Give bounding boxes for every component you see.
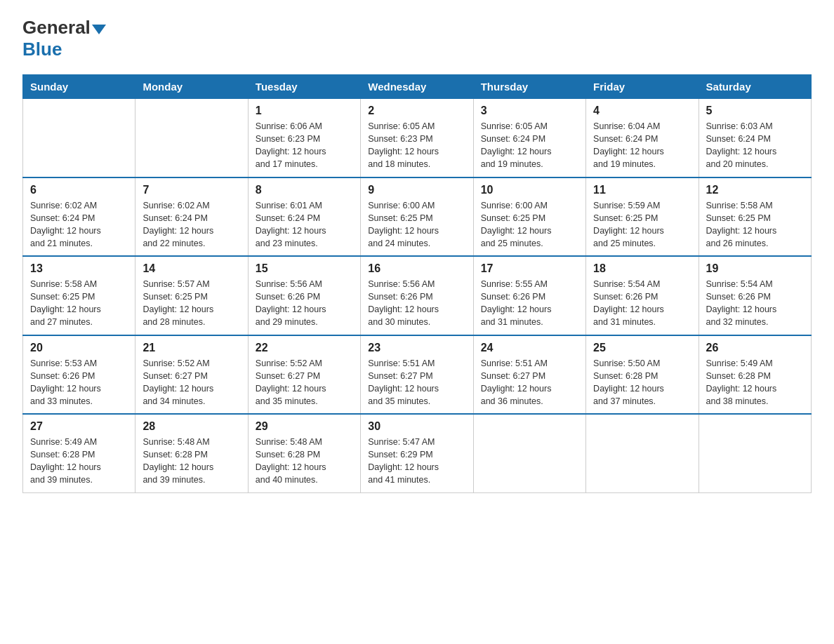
cell-day-number: 18	[593, 262, 691, 275]
calendar-cell: 5Sunrise: 6:03 AM Sunset: 6:24 PM Daylig…	[699, 99, 811, 177]
calendar-cell: 13Sunrise: 5:58 AM Sunset: 6:25 PM Dayli…	[23, 256, 135, 335]
calendar-cell: 6Sunrise: 6:02 AM Sunset: 6:24 PM Daylig…	[23, 177, 135, 257]
cell-day-number: 7	[143, 184, 240, 196]
day-header-monday: Monday	[135, 75, 248, 99]
cell-day-number: 14	[143, 262, 240, 275]
cell-info-text: Sunrise: 5:56 AM Sunset: 6:26 PM Dayligh…	[368, 278, 465, 329]
cell-info-text: Sunrise: 6:02 AM Sunset: 6:24 PM Dayligh…	[143, 199, 240, 250]
cell-day-number: 20	[30, 342, 128, 354]
day-header-tuesday: Tuesday	[248, 75, 360, 99]
cell-info-text: Sunrise: 6:00 AM Sunset: 6:25 PM Dayligh…	[368, 199, 465, 250]
calendar-cell: 2Sunrise: 6:05 AM Sunset: 6:23 PM Daylig…	[361, 99, 473, 177]
cell-info-text: Sunrise: 6:05 AM Sunset: 6:23 PM Dayligh…	[368, 120, 465, 171]
calendar-header-row: SundayMondayTuesdayWednesdayThursdayFrid…	[23, 75, 812, 99]
cell-day-number: 2	[368, 105, 465, 117]
calendar-cell: 12Sunrise: 5:58 AM Sunset: 6:25 PM Dayli…	[699, 177, 811, 257]
cell-day-number: 22	[256, 342, 353, 354]
calendar-cell: 20Sunrise: 5:53 AM Sunset: 6:26 PM Dayli…	[23, 335, 135, 415]
cell-info-text: Sunrise: 6:04 AM Sunset: 6:24 PM Dayligh…	[593, 120, 691, 171]
cell-day-number: 21	[143, 342, 240, 354]
calendar-cell: 27Sunrise: 5:49 AM Sunset: 6:28 PM Dayli…	[23, 414, 135, 492]
day-header-wednesday: Wednesday	[361, 75, 473, 99]
cell-info-text: Sunrise: 5:52 AM Sunset: 6:27 PM Dayligh…	[143, 357, 240, 408]
calendar-cell	[473, 414, 585, 492]
cell-day-number: 17	[481, 262, 578, 275]
calendar-cell: 15Sunrise: 5:56 AM Sunset: 6:26 PM Dayli…	[248, 256, 360, 335]
calendar-cell	[23, 99, 135, 177]
cell-info-text: Sunrise: 5:57 AM Sunset: 6:25 PM Dayligh…	[143, 278, 240, 329]
calendar-cell: 8Sunrise: 6:01 AM Sunset: 6:24 PM Daylig…	[248, 177, 360, 257]
cell-info-text: Sunrise: 5:56 AM Sunset: 6:26 PM Dayligh…	[256, 278, 353, 329]
cell-day-number: 27	[30, 420, 128, 433]
cell-day-number: 5	[706, 105, 804, 117]
cell-info-text: Sunrise: 5:54 AM Sunset: 6:26 PM Dayligh…	[706, 278, 804, 329]
cell-info-text: Sunrise: 5:51 AM Sunset: 6:27 PM Dayligh…	[368, 357, 465, 408]
calendar-cell: 18Sunrise: 5:54 AM Sunset: 6:26 PM Dayli…	[586, 256, 699, 335]
cell-day-number: 1	[256, 105, 353, 117]
calendar-week-row: 6Sunrise: 6:02 AM Sunset: 6:24 PM Daylig…	[23, 177, 812, 257]
calendar-week-row: 1Sunrise: 6:06 AM Sunset: 6:23 PM Daylig…	[23, 99, 812, 177]
cell-day-number: 13	[30, 262, 128, 275]
cell-info-text: Sunrise: 6:03 AM Sunset: 6:24 PM Dayligh…	[706, 120, 804, 171]
calendar-cell: 9Sunrise: 6:00 AM Sunset: 6:25 PM Daylig…	[361, 177, 473, 257]
calendar-table: SundayMondayTuesdayWednesdayThursdayFrid…	[22, 74, 812, 493]
cell-info-text: Sunrise: 5:59 AM Sunset: 6:25 PM Dayligh…	[593, 199, 691, 250]
cell-day-number: 6	[30, 184, 128, 196]
cell-info-text: Sunrise: 6:02 AM Sunset: 6:24 PM Dayligh…	[30, 199, 128, 250]
cell-day-number: 26	[706, 342, 804, 354]
calendar-week-row: 27Sunrise: 5:49 AM Sunset: 6:28 PM Dayli…	[23, 414, 812, 492]
cell-day-number: 11	[593, 184, 691, 196]
day-header-thursday: Thursday	[473, 75, 585, 99]
cell-day-number: 8	[256, 184, 353, 196]
day-header-friday: Friday	[586, 75, 699, 99]
cell-info-text: Sunrise: 5:50 AM Sunset: 6:28 PM Dayligh…	[593, 357, 691, 408]
logo: General Blue	[22, 17, 107, 60]
calendar-week-row: 20Sunrise: 5:53 AM Sunset: 6:26 PM Dayli…	[23, 335, 812, 415]
calendar-cell: 10Sunrise: 6:00 AM Sunset: 6:25 PM Dayli…	[473, 177, 585, 257]
cell-info-text: Sunrise: 5:48 AM Sunset: 6:28 PM Dayligh…	[256, 436, 353, 487]
cell-info-text: Sunrise: 5:58 AM Sunset: 6:25 PM Dayligh…	[30, 278, 128, 329]
cell-day-number: 30	[368, 420, 465, 433]
cell-info-text: Sunrise: 6:06 AM Sunset: 6:23 PM Dayligh…	[256, 120, 353, 171]
calendar-cell	[586, 414, 699, 492]
calendar-cell: 7Sunrise: 6:02 AM Sunset: 6:24 PM Daylig…	[135, 177, 248, 257]
cell-info-text: Sunrise: 5:55 AM Sunset: 6:26 PM Dayligh…	[481, 278, 578, 329]
calendar-cell: 16Sunrise: 5:56 AM Sunset: 6:26 PM Dayli…	[361, 256, 473, 335]
calendar-cell: 19Sunrise: 5:54 AM Sunset: 6:26 PM Dayli…	[699, 256, 811, 335]
cell-info-text: Sunrise: 6:00 AM Sunset: 6:25 PM Dayligh…	[481, 199, 578, 250]
day-header-sunday: Sunday	[23, 75, 135, 99]
calendar-cell: 30Sunrise: 5:47 AM Sunset: 6:29 PM Dayli…	[361, 414, 473, 492]
cell-day-number: 16	[368, 262, 465, 275]
day-header-saturday: Saturday	[699, 75, 811, 99]
calendar-cell: 28Sunrise: 5:48 AM Sunset: 6:28 PM Dayli…	[135, 414, 248, 492]
cell-day-number: 15	[256, 262, 353, 275]
cell-day-number: 10	[481, 184, 578, 196]
calendar-cell: 24Sunrise: 5:51 AM Sunset: 6:27 PM Dayli…	[473, 335, 585, 415]
cell-day-number: 29	[256, 420, 353, 433]
cell-day-number: 12	[706, 184, 804, 196]
logo-general-text: General	[22, 17, 91, 39]
calendar-cell: 14Sunrise: 5:57 AM Sunset: 6:25 PM Dayli…	[135, 256, 248, 335]
logo-triangle-icon	[92, 25, 106, 34]
cell-info-text: Sunrise: 5:52 AM Sunset: 6:27 PM Dayligh…	[256, 357, 353, 408]
cell-day-number: 24	[481, 342, 578, 354]
cell-info-text: Sunrise: 5:49 AM Sunset: 6:28 PM Dayligh…	[706, 357, 804, 408]
cell-day-number: 23	[368, 342, 465, 354]
calendar-cell: 4Sunrise: 6:04 AM Sunset: 6:24 PM Daylig…	[586, 99, 699, 177]
cell-info-text: Sunrise: 6:05 AM Sunset: 6:24 PM Dayligh…	[481, 120, 578, 171]
page-header: General Blue	[22, 17, 812, 60]
cell-info-text: Sunrise: 5:58 AM Sunset: 6:25 PM Dayligh…	[706, 199, 804, 250]
cell-day-number: 4	[593, 105, 691, 117]
cell-day-number: 9	[368, 184, 465, 196]
cell-info-text: Sunrise: 5:53 AM Sunset: 6:26 PM Dayligh…	[30, 357, 128, 408]
cell-info-text: Sunrise: 5:51 AM Sunset: 6:27 PM Dayligh…	[481, 357, 578, 408]
cell-info-text: Sunrise: 5:49 AM Sunset: 6:28 PM Dayligh…	[30, 436, 128, 487]
calendar-cell: 17Sunrise: 5:55 AM Sunset: 6:26 PM Dayli…	[473, 256, 585, 335]
calendar-cell: 21Sunrise: 5:52 AM Sunset: 6:27 PM Dayli…	[135, 335, 248, 415]
cell-day-number: 28	[143, 420, 240, 433]
calendar-cell: 3Sunrise: 6:05 AM Sunset: 6:24 PM Daylig…	[473, 99, 585, 177]
calendar-cell: 25Sunrise: 5:50 AM Sunset: 6:28 PM Dayli…	[586, 335, 699, 415]
cell-day-number: 3	[481, 105, 578, 117]
calendar-cell: 29Sunrise: 5:48 AM Sunset: 6:28 PM Dayli…	[248, 414, 360, 492]
calendar-cell: 23Sunrise: 5:51 AM Sunset: 6:27 PM Dayli…	[361, 335, 473, 415]
